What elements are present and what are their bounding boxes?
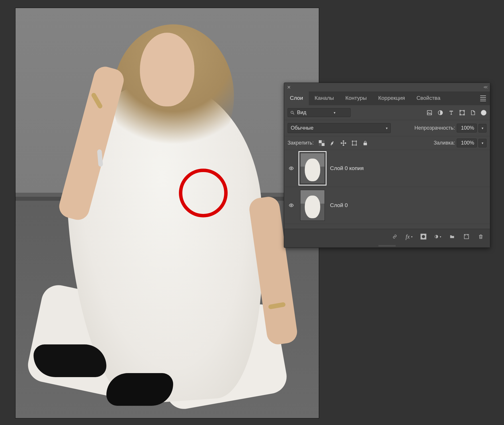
layer-thumbnail[interactable]: [300, 190, 325, 221]
lock-pixels-icon[interactable]: [329, 140, 336, 147]
panel-bottom-toolbar: fx ▾ ▾: [284, 229, 490, 244]
lock-label: Закрепить:: [288, 140, 314, 146]
blend-mode-select[interactable]: Обычные ▾: [288, 123, 391, 133]
svg-rect-11: [322, 143, 325, 146]
fill-chevron[interactable]: ▾: [478, 139, 487, 147]
document-canvas[interactable]: [15, 8, 319, 418]
lock-position-icon[interactable]: [340, 140, 347, 147]
fill-label: Заливка:: [434, 140, 455, 146]
chevron-down-icon: ▾: [386, 126, 388, 130]
lock-all-icon[interactable]: [362, 140, 369, 147]
collapse-panel-icon[interactable]: <<: [484, 85, 487, 89]
layers-panel: ✕ << Слои Каналы Контуры Коррекция Свойс…: [284, 83, 490, 248]
chevron-down-icon: ▾: [334, 111, 335, 115]
svg-point-16: [291, 168, 292, 169]
tab-channels[interactable]: Каналы: [309, 91, 339, 105]
svg-rect-15: [364, 143, 367, 145]
blend-opacity-row: Обычные ▾ Непрозрачность: 100% ▾: [284, 120, 490, 136]
layer-filter-input[interactable]: [297, 110, 331, 116]
svg-point-19: [422, 235, 425, 238]
filter-toggle-switch[interactable]: [481, 110, 487, 116]
type-layer-icon[interactable]: [448, 110, 454, 116]
shape-layer-icon[interactable]: [459, 110, 465, 116]
new-adjustment-icon[interactable]: ▾: [434, 233, 441, 240]
panel-resize-grip[interactable]: [284, 244, 490, 247]
visibility-eye-icon[interactable]: [288, 166, 295, 171]
panel-menu-icon[interactable]: [483, 95, 490, 101]
svg-rect-13: [319, 143, 322, 146]
svg-rect-12: [322, 140, 325, 143]
layer-name-label[interactable]: Слой 0: [330, 202, 348, 208]
layer-type-filters: [426, 110, 487, 116]
svg-rect-10: [319, 140, 322, 143]
svg-rect-8: [464, 114, 464, 115]
svg-rect-2: [427, 110, 432, 115]
opacity-chevron[interactable]: ▾: [478, 124, 487, 132]
tab-properties[interactable]: Свойства: [411, 91, 446, 105]
close-panel-icon[interactable]: ✕: [287, 85, 291, 90]
layer-row[interactable]: Слой 0 копия: [284, 150, 490, 187]
svg-line-1: [293, 113, 294, 114]
svg-point-0: [291, 111, 293, 113]
lock-fill-row: Закрепить: Заливка: 100% ▾: [284, 136, 490, 150]
svg-rect-5: [460, 110, 461, 111]
layer-thumbnail[interactable]: [300, 153, 325, 184]
layer-fx-icon[interactable]: fx ▾: [406, 233, 413, 240]
delete-layer-icon[interactable]: [477, 233, 484, 240]
visibility-eye-icon[interactable]: [288, 203, 295, 208]
lock-icon-group: [318, 140, 369, 147]
smartobject-layer-icon[interactable]: [470, 110, 476, 116]
opacity-label: Непрозрачность:: [415, 125, 455, 131]
panel-tabs: Слои Каналы Контуры Коррекция Свойства: [284, 91, 490, 105]
annotation-red-circle: [179, 169, 228, 217]
svg-rect-14: [353, 141, 356, 145]
pixel-layer-icon[interactable]: [426, 110, 433, 116]
link-layers-icon[interactable]: [391, 233, 398, 240]
fill-value[interactable]: 100%: [457, 139, 477, 147]
svg-rect-6: [464, 110, 464, 111]
tab-paths[interactable]: Контуры: [340, 91, 373, 105]
search-icon: [290, 110, 295, 115]
layer-name-label[interactable]: Слой 0 копия: [330, 165, 364, 171]
tab-layers[interactable]: Слои: [284, 91, 309, 105]
add-mask-icon[interactable]: [420, 233, 427, 240]
svg-point-17: [291, 205, 292, 206]
lock-transparency-icon[interactable]: [318, 140, 325, 147]
layer-filter-dropdown[interactable]: ▾: [288, 108, 351, 117]
layer-filter-row: ▾: [284, 105, 490, 120]
panel-titlebar[interactable]: ✕ <<: [284, 83, 490, 91]
blend-mode-value: Обычные: [291, 125, 314, 131]
layer-list: Слой 0 копия Слой 0: [284, 150, 490, 229]
tab-adjustments[interactable]: Коррекция: [372, 91, 411, 105]
svg-rect-7: [460, 114, 461, 115]
new-layer-icon[interactable]: [463, 233, 470, 240]
lock-artboard-icon[interactable]: [351, 140, 358, 147]
new-group-icon[interactable]: [449, 233, 456, 240]
adjustment-layer-icon[interactable]: [437, 110, 444, 116]
photo-content: [15, 8, 319, 418]
layer-row[interactable]: Слой 0: [284, 187, 490, 224]
opacity-value[interactable]: 100%: [457, 124, 477, 132]
